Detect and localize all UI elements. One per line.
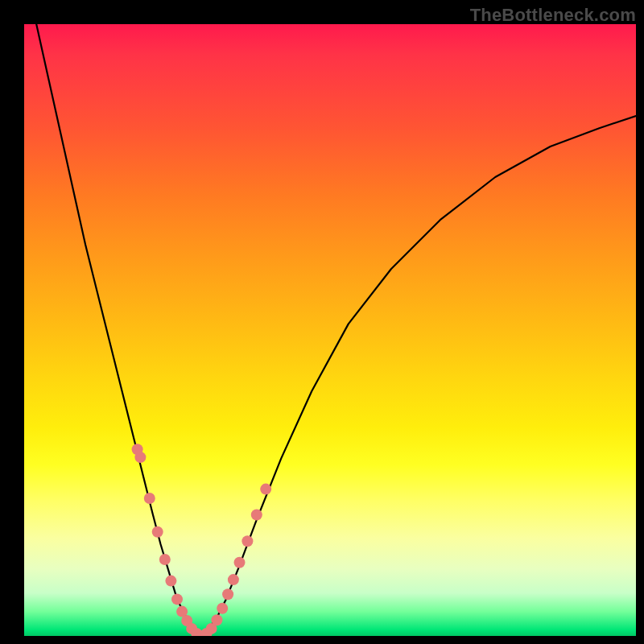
highlight-dot	[165, 576, 176, 587]
dots-group	[132, 444, 272, 636]
highlight-dot	[228, 574, 239, 585]
highlight-dot	[144, 493, 155, 504]
highlight-dot	[152, 526, 163, 538]
highlight-dot	[242, 535, 253, 547]
highlight-dot	[260, 484, 271, 495]
highlight-dot	[134, 452, 146, 463]
highlight-dot	[171, 593, 183, 605]
highlight-dot	[217, 603, 228, 614]
highlight-dot	[159, 554, 171, 565]
highlight-dot	[251, 510, 262, 521]
plot-area	[24, 24, 636, 636]
curve-left	[36, 24, 201, 636]
highlight-dot	[211, 614, 222, 625]
chart-svg	[24, 24, 636, 636]
watermark-text: TheBottleneck.com	[470, 5, 636, 26]
curve-right	[201, 116, 636, 636]
chart-frame: TheBottleneck.com	[0, 0, 644, 644]
curve-group	[36, 24, 636, 636]
highlight-dot	[234, 557, 246, 568]
highlight-dot	[222, 588, 233, 600]
